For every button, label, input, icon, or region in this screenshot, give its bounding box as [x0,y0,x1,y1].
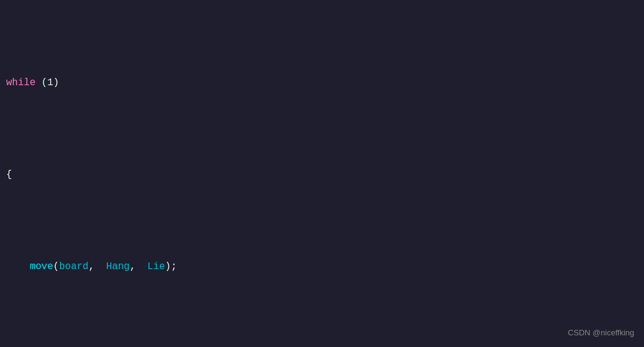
code-line-2: { [6,166,638,184]
footer-watermark: CSDN @niceffking [568,324,634,342]
code-line-1: while (1) [6,74,638,92]
footer-text: CSDN @niceffking [568,328,634,337]
keyword-while: while [6,77,36,88]
code-line-3: move(board, Hang, Lie); [6,257,638,276]
code-block: while (1) { move(board, Hang, Lie); resu… [0,0,644,347]
